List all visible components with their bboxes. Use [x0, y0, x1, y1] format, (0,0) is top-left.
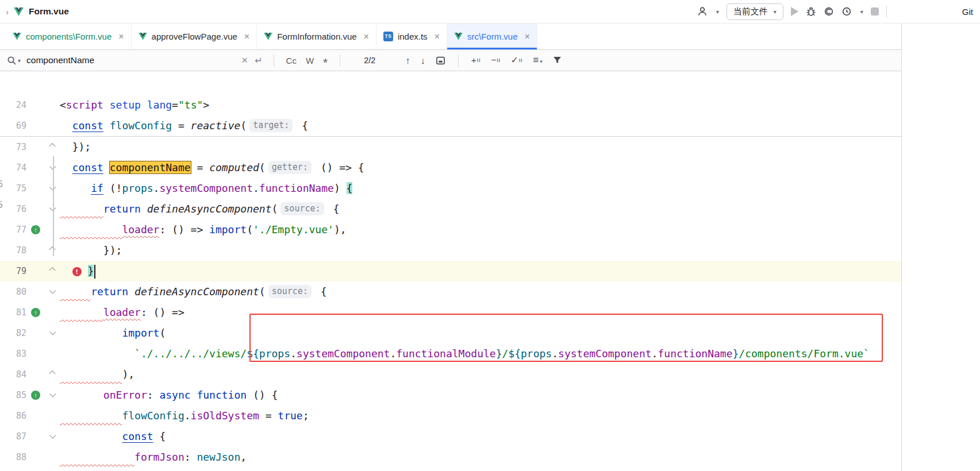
implemented-marker-icon[interactable]: ↑: [31, 391, 40, 400]
search-history-dropdown-icon[interactable]: ▾: [18, 57, 21, 64]
tab-close-icon[interactable]: ×: [244, 32, 249, 42]
editor-tab-1[interactable]: components\Form.vue×: [6, 24, 132, 49]
code-text[interactable]: ),: [60, 364, 901, 385]
code-line-87[interactable]: 87 const {: [0, 426, 901, 447]
code-line-73[interactable]: 73 });: [0, 137, 901, 157]
code-line-86[interactable]: 86 flowConfig.isOldSystem = true;: [0, 406, 901, 426]
fold-up-icon[interactable]: [49, 246, 55, 253]
search-match-highlight[interactable]: componentName: [110, 161, 191, 173]
fold-down-icon[interactable]: [49, 391, 56, 397]
code-line-85[interactable]: 85↑ onError: async function () {: [0, 385, 901, 406]
profiler-dropdown-icon[interactable]: ▾: [860, 9, 863, 15]
open-in-find-window-button[interactable]: [436, 56, 445, 65]
code-text[interactable]: });: [60, 240, 901, 261]
fold-up-icon[interactable]: [49, 370, 55, 377]
match-case-toggle[interactable]: Cc: [286, 56, 297, 65]
code-line-74[interactable]: 74 const componentName = computed(getter…: [0, 157, 901, 178]
code-text[interactable]: const flowConfig = reactive(target: {: [60, 115, 901, 136]
user-icon[interactable]: [697, 6, 708, 17]
line-number[interactable]: 77: [0, 219, 26, 240]
line-number[interactable]: 75: [0, 178, 26, 199]
chevron-right-icon[interactable]: ›: [6, 7, 9, 17]
line-number[interactable]: 24: [0, 95, 26, 115]
coverage-button[interactable]: [824, 6, 834, 17]
code-text[interactable]: ! }: [60, 261, 901, 281]
code-text[interactable]: onError: async function () {: [60, 385, 901, 406]
line-number[interactable]: 80: [0, 281, 26, 302]
code-text[interactable]: return defineAsyncComponent(source: {: [60, 281, 901, 302]
code-line-69[interactable]: 69 const flowConfig = reactive(target: {: [0, 115, 901, 136]
run-config-selector[interactable]: 当前文件 ▾: [727, 3, 783, 20]
code-text[interactable]: loader: () => import('./Empty.vue'),: [60, 219, 901, 240]
next-occurrence-button[interactable]: ↓: [421, 55, 425, 66]
previous-occurrence-button[interactable]: ↑: [405, 55, 410, 66]
fold-down-icon[interactable]: [49, 329, 56, 335]
line-number[interactable]: 76: [0, 199, 26, 219]
line-number[interactable]: 87: [0, 426, 26, 447]
code-line-80[interactable]: 80 return defineAsyncComponent(source: {: [0, 281, 901, 302]
add-selection-button[interactable]: +II: [471, 55, 481, 65]
select-all-occurrences-button[interactable]: ✓II: [511, 55, 522, 65]
code-line-84[interactable]: 84 ),: [0, 364, 901, 385]
search-icon[interactable]: [7, 56, 17, 65]
implemented-marker-icon[interactable]: ↑: [31, 308, 40, 317]
line-number[interactable]: 83: [0, 343, 26, 364]
remove-selection-button[interactable]: −II: [491, 55, 501, 65]
code-text[interactable]: const componentName = computed(getter: (…: [60, 157, 901, 178]
code-editor[interactable]: 24<script setup lang="ts">69 const flowC…: [0, 95, 901, 471]
line-number[interactable]: 73: [0, 137, 26, 157]
editor-tab-5[interactable]: src\Form.vue×: [447, 24, 537, 49]
code-line-75[interactable]: 75 if (!props.systemComponent.functionNa…: [0, 178, 901, 199]
fold-up-icon[interactable]: [49, 267, 55, 273]
implemented-marker-icon[interactable]: ↑: [31, 225, 40, 234]
line-number[interactable]: 85: [0, 385, 26, 406]
line-number[interactable]: 74: [0, 157, 26, 178]
code-line-88[interactable]: 88 formJson: newJson,: [0, 447, 901, 468]
code-text[interactable]: if (!props.systemComponent.functionName)…: [60, 178, 901, 199]
tab-close-icon[interactable]: ×: [524, 32, 529, 42]
whole-words-toggle[interactable]: W: [306, 56, 314, 65]
filter-icon[interactable]: [553, 56, 562, 64]
tab-close-icon[interactable]: ×: [435, 32, 440, 42]
editor-tab-4[interactable]: TSindex.ts×: [376, 24, 447, 49]
regex-toggle[interactable]: *: [323, 60, 328, 65]
debug-button[interactable]: [806, 6, 816, 17]
tab-close-icon[interactable]: ×: [364, 32, 369, 42]
user-dropdown-icon[interactable]: ▾: [716, 9, 719, 15]
line-number[interactable]: 82: [0, 323, 26, 343]
code-line-77[interactable]: 77↑ loader: () => import('./Empty.vue'),: [0, 219, 901, 240]
line-number[interactable]: 81: [0, 302, 26, 323]
editor-tab-3[interactable]: FormInformation.vue×: [257, 24, 376, 49]
line-number[interactable]: 86: [0, 406, 26, 426]
editor-tab-2[interactable]: approveFlowPage.vue×: [132, 24, 258, 49]
newline-icon[interactable]: ↵: [255, 55, 262, 66]
code-line-76[interactable]: 76 return defineAsyncComponent(source: {: [0, 199, 901, 219]
tab-close-icon[interactable]: ×: [118, 32, 124, 42]
lint-error-underline: [60, 285, 91, 298]
fold-up-icon[interactable]: [49, 143, 55, 149]
code-text[interactable]: });: [60, 137, 901, 157]
line-number[interactable]: 78: [0, 240, 26, 261]
code-text[interactable]: <script setup lang="ts">: [60, 95, 901, 115]
line-number[interactable]: 79: [0, 261, 26, 281]
code-text[interactable]: return defineAsyncComponent(source: {: [60, 199, 901, 219]
search-options-menu[interactable]: ≡▾: [533, 55, 542, 66]
line-number[interactable]: 84: [0, 364, 26, 385]
code-line-24[interactable]: 24<script setup lang="ts">: [0, 95, 901, 115]
error-icon[interactable]: !: [72, 267, 82, 276]
code-text[interactable]: const {: [60, 426, 901, 447]
fold-down-icon[interactable]: [49, 432, 56, 438]
git-menu-label[interactable]: Git: [962, 7, 973, 17]
code-line-78[interactable]: 78 });: [0, 240, 901, 261]
line-number[interactable]: 88: [0, 447, 26, 468]
code-text[interactable]: formJson: newJson,: [60, 447, 901, 468]
fold-down-icon[interactable]: [49, 287, 56, 294]
search-input[interactable]: componentName: [26, 55, 238, 65]
code-line-79[interactable]: 79 ! }: [0, 261, 901, 281]
stop-button[interactable]: [871, 7, 879, 16]
profiler-button[interactable]: [841, 6, 852, 17]
line-number[interactable]: 69: [0, 115, 26, 136]
code-text[interactable]: flowConfig.isOldSystem = true;: [60, 406, 901, 426]
clear-search-icon[interactable]: ×: [241, 54, 248, 67]
run-button[interactable]: [791, 7, 798, 16]
